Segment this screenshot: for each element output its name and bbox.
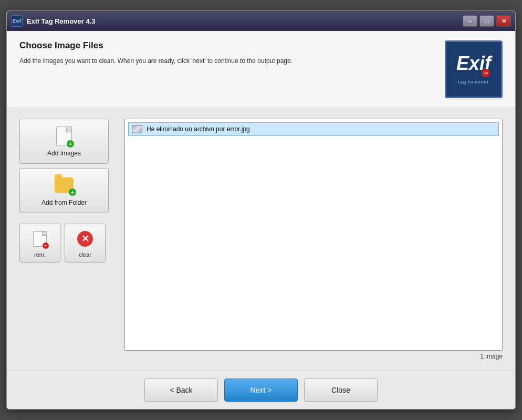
app-logo-small: Exif [11, 15, 23, 27]
file-icon: + [56, 127, 72, 145]
clear-button[interactable]: ✕ clear [65, 224, 106, 262]
close-button[interactable]: Close [304, 379, 378, 402]
header-section: Choose Image Files Add the images you wa… [7, 31, 515, 108]
logo-minus-badge: − [482, 69, 490, 77]
list-item[interactable]: He eliminado un archivo por error.jpg [128, 122, 499, 136]
add-folder-label: Add from Folder [41, 199, 87, 206]
clear-icon: ✕ [75, 228, 96, 249]
title-bar: Exif Exif Tag Remover 4.3 − □ ✕ [7, 11, 515, 31]
next-label: Next > [250, 386, 272, 394]
remove-icon: − [29, 228, 50, 249]
folder-plus-badge: + [69, 188, 76, 196]
back-button[interactable]: < Back [144, 379, 218, 402]
back-label: < Back [170, 386, 192, 394]
add-folder-icon: + [54, 175, 75, 196]
main-window: Exif Exif Tag Remover 4.3 − □ ✕ Choose I… [6, 10, 516, 410]
action-buttons-column: + Add Images + Add from Folder [19, 119, 114, 360]
app-logo: Exif − tag remover [445, 40, 503, 98]
folder-icon: + [55, 177, 74, 193]
content-area: Choose Image Files Add the images you wa… [7, 31, 515, 371]
thumbnail-image [133, 126, 141, 132]
add-images-button[interactable]: + Add Images [19, 119, 109, 164]
header-text: Choose Image Files Add the images you wa… [19, 40, 434, 66]
next-button[interactable]: Next > [224, 379, 298, 402]
window-title: Exif Tag Remover 4.3 [27, 17, 463, 25]
file-list-box[interactable]: He eliminado un archivo por error.jpg [124, 119, 503, 351]
remove-doc-icon: − [33, 231, 47, 247]
bottom-buttons: − rem. ✕ clear [19, 224, 114, 262]
footer: < Back Next > Close [7, 371, 515, 409]
clear-label: clear [79, 251, 91, 258]
main-area: + Add Images + Add from Folder [7, 108, 515, 371]
remove-label: rem. [34, 251, 46, 258]
page-description: Add the images you want to clean. When y… [19, 56, 377, 66]
minimize-button[interactable]: − [463, 15, 477, 27]
window-controls: − □ ✕ [463, 15, 511, 27]
logo-subtitle: tag remover [458, 79, 489, 85]
file-thumbnail [132, 125, 142, 133]
maximize-button[interactable]: □ [479, 15, 494, 27]
minus-badge: − [43, 243, 49, 249]
add-folder-button[interactable]: + Add from Folder [19, 168, 109, 213]
add-images-icon: + [54, 125, 75, 146]
page-title: Choose Image Files [19, 40, 434, 51]
remove-button[interactable]: − rem. [19, 224, 60, 262]
close-window-button[interactable]: ✕ [496, 15, 511, 27]
close-label: Close [331, 386, 350, 394]
file-count: 1 image [124, 351, 503, 360]
plus-badge: + [67, 140, 74, 148]
file-name: He eliminado un archivo por error.jpg [147, 125, 250, 133]
add-images-label: Add Images [47, 150, 81, 157]
file-list-area: He eliminado un archivo por error.jpg 1 … [124, 119, 503, 360]
x-icon: ✕ [77, 231, 93, 247]
